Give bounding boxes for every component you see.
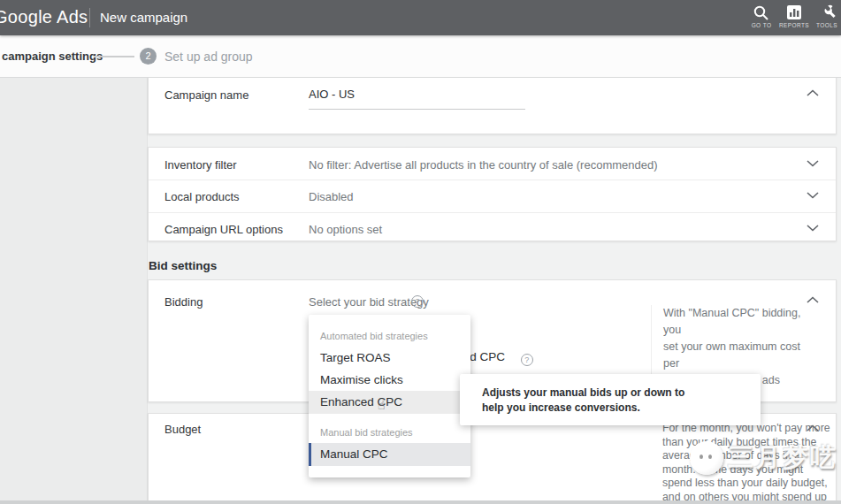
bottom-edge-strip xyxy=(0,500,841,504)
inventory-filter-value: No filter: Advertise all products in the… xyxy=(309,158,658,172)
left-gutter xyxy=(0,78,148,504)
local-products-label: Local products xyxy=(164,190,240,203)
watermark: 三月梦呓 xyxy=(690,440,837,476)
bid-settings-heading: Bid settings xyxy=(149,259,217,272)
inventory-filter-label: Inventory filter xyxy=(164,158,237,172)
automated-strategies-group-header: Automated bid strategies xyxy=(320,331,428,341)
expand-chevron-down-icon[interactable] xyxy=(807,159,819,167)
watermark-face-icon xyxy=(690,441,723,475)
hand-cursor-icon: ☝ xyxy=(378,393,386,416)
go-to-button[interactable]: GO TO xyxy=(744,4,779,28)
step2-set-up-ad-group[interactable]: Set up ad group xyxy=(164,50,253,64)
app-bar-divider xyxy=(89,8,90,27)
page-title: New campaign xyxy=(100,10,187,25)
step-connector-line xyxy=(94,56,134,57)
menu-item-enhanced-cpc[interactable]: Enhanced CPC ☝ xyxy=(309,391,470,414)
budget-label: Budget xyxy=(164,423,201,436)
collapse-chevron-up-icon[interactable] xyxy=(807,296,819,304)
reports-button[interactable]: REPORTS xyxy=(776,4,812,28)
tools-icon xyxy=(809,4,841,20)
tooltip-text: Adjusts your manual bids up or down to h… xyxy=(482,386,690,416)
budget-help-line: spend less than your daily budget, xyxy=(662,477,826,491)
campaign-name-label: Campaign name xyxy=(164,88,248,102)
go-to-label: GO TO xyxy=(744,22,779,28)
campaign-url-options-value: No options set xyxy=(309,223,382,236)
menu-item-maximise-clicks[interactable]: Maximise clicks xyxy=(309,369,470,392)
expand-chevron-down-icon[interactable] xyxy=(807,191,819,199)
manual-strategies-group-header: Manual bid strategies xyxy=(320,427,413,438)
row-divider xyxy=(149,179,836,180)
bid-strategy-dropdown-menu: Automated bid strategies Target ROAS Max… xyxy=(309,315,470,477)
step2-number-badge: 2 xyxy=(140,48,157,65)
local-products-value: Disabled xyxy=(309,190,354,203)
step1-campaign-settings[interactable]: campaign settings xyxy=(2,50,103,63)
row-divider xyxy=(149,212,836,213)
search-icon xyxy=(744,4,779,20)
reports-label: REPORTS xyxy=(776,22,812,28)
campaign-stepper: campaign settings 2 Set up ad group xyxy=(0,35,841,78)
watermark-text: 三月梦呓 xyxy=(728,440,837,476)
enhanced-cpc-tooltip: Adjusts your manual bids up or down to h… xyxy=(460,374,761,425)
menu-item-target-roas[interactable]: Target ROAS xyxy=(309,347,470,370)
bidding-help-line: set your own maximum cost per xyxy=(663,339,819,372)
bidding-label: Bidding xyxy=(164,295,203,309)
help-question-icon[interactable]: ? xyxy=(521,354,533,366)
collapse-chevron-up-icon[interactable] xyxy=(807,89,819,97)
menu-item-manual-cpc[interactable]: Manual CPC xyxy=(309,443,470,466)
tools-button[interactable]: TOOLS xyxy=(809,4,841,28)
campaign-name-card: Campaign name AIO - US xyxy=(148,77,837,134)
help-question-icon[interactable]: ? xyxy=(411,295,424,308)
tools-label: TOOLS xyxy=(809,22,841,28)
campaign-url-options-label: Campaign URL options xyxy=(164,223,283,236)
campaign-name-input[interactable]: AIO - US xyxy=(309,88,525,110)
campaign-settings-card: Inventory filter No filter: Advertise al… xyxy=(148,147,837,241)
app-bar: Google Ads New campaign GO TO REPORTS TO… xyxy=(0,0,841,35)
bidding-help-line: With "Manual CPC" bidding, you xyxy=(663,305,819,339)
google-ads-new-campaign-screen: Google Ads New campaign GO TO REPORTS TO… xyxy=(0,0,841,504)
expand-chevron-down-icon[interactable] xyxy=(807,224,819,232)
reports-icon xyxy=(776,4,812,20)
google-ads-logo[interactable]: Google Ads xyxy=(0,7,88,27)
